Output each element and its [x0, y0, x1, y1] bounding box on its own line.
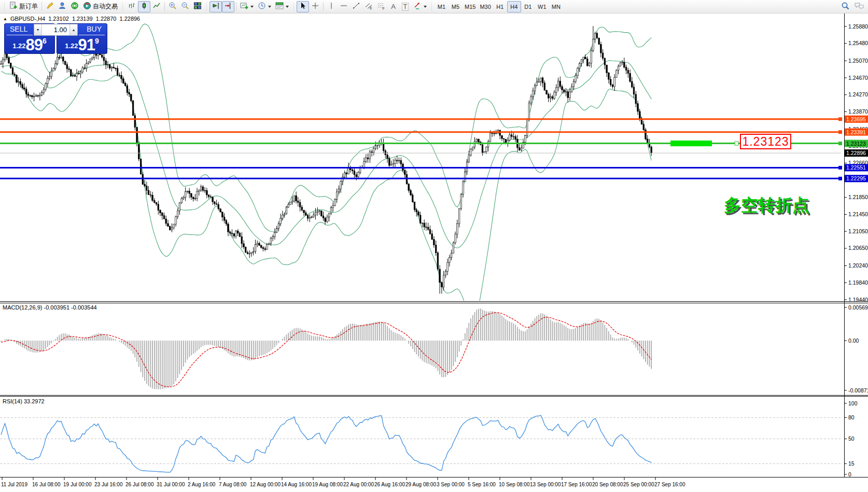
text-tool-button[interactable]: A	[387, 1, 399, 12]
highlighter-button[interactable]	[44, 1, 56, 12]
auto-trading-button[interactable]: 自动交易	[81, 1, 120, 12]
timeframe-d1-button[interactable]: D1	[521, 1, 535, 12]
svg-text:31 Jul 00:00: 31 Jul 00:00	[157, 482, 185, 487]
high-value: 1.23139	[72, 16, 93, 22]
svg-text:22 Aug 00:00: 22 Aug 00:00	[343, 482, 374, 487]
toolbar-grip[interactable]	[3, 2, 6, 11]
separator	[164, 2, 165, 11]
divider	[79, 35, 105, 35]
toolbar-grip[interactable]	[430, 2, 433, 11]
new-chart-icon	[240, 2, 248, 11]
svg-text:1.22295: 1.22295	[846, 175, 866, 181]
chevron-down-icon	[424, 6, 427, 8]
signal-button[interactable]	[68, 1, 81, 12]
search-icon	[841, 2, 850, 12]
chart-shift-button[interactable]	[222, 1, 234, 12]
separator	[41, 2, 42, 11]
crosshair-button[interactable]	[309, 1, 321, 12]
tile-windows-button[interactable]	[191, 1, 204, 12]
timeframe-m30-button[interactable]: M30	[478, 1, 493, 12]
new-chart-button[interactable]	[238, 1, 256, 12]
sell-label: SELL	[10, 25, 27, 33]
svg-text:20 Sep 08:00: 20 Sep 08:00	[592, 482, 623, 487]
auto-scroll-button[interactable]	[209, 1, 222, 12]
arrows-tool-button[interactable]	[411, 1, 429, 12]
buy-price-small: 1.22	[65, 42, 78, 50]
buy-price-big: 91	[78, 38, 95, 52]
timeframe-w1-button[interactable]: W1	[535, 1, 549, 12]
zoom-out-button[interactable]	[179, 1, 191, 12]
sell-price: 1.22896	[4, 37, 55, 52]
svg-text:1.25070: 1.25070	[848, 58, 868, 64]
clock-icon	[258, 2, 266, 11]
vertical-line-tool-button[interactable]	[325, 1, 338, 12]
timeframe-m1-button[interactable]: M1	[435, 1, 449, 12]
auto-scroll-icon	[212, 2, 220, 11]
chevron-down-icon	[286, 6, 289, 8]
trendline-tool-button[interactable]	[350, 1, 362, 12]
svg-text:1.25480: 1.25480	[848, 40, 868, 46]
turning-point-annotation[interactable]: 多空转折点	[724, 194, 809, 217]
crosshair-icon	[311, 2, 319, 11]
search-button[interactable]	[839, 1, 852, 12]
auto-trading-label: 自动交易	[93, 2, 118, 11]
svg-text:1.21850: 1.21850	[848, 194, 868, 200]
svg-text:14 Aug 16:00: 14 Aug 16:00	[281, 482, 312, 487]
tile-windows-icon	[193, 2, 202, 11]
line-chart-button[interactable]	[150, 1, 163, 12]
label-tool-button[interactable]: T	[399, 1, 411, 12]
new-order-button[interactable]: 新订单	[7, 1, 40, 12]
new-order-icon	[9, 2, 18, 11]
zoom-in-icon	[169, 2, 177, 11]
timeframe-mn-button[interactable]: MN	[549, 1, 563, 12]
candlestick-chart-button[interactable]	[138, 1, 150, 12]
zoom-in-button[interactable]	[166, 1, 179, 12]
toolbar-right-group	[839, 1, 866, 12]
svg-text:11 Jul 2019: 11 Jul 2019	[1, 482, 27, 487]
chat-button[interactable]	[852, 1, 866, 12]
indicators-list-button[interactable]	[273, 1, 291, 12]
equidistant-channel-tool-button[interactable]: E	[362, 1, 375, 12]
highlight-segment	[670, 140, 712, 146]
chart-area[interactable]: 1.258801.254801.250701.246701.242701.238…	[0, 0, 868, 492]
price-annotation-box[interactable]: 1.23123	[740, 134, 791, 149]
toolbar-grip[interactable]	[292, 2, 295, 11]
svg-text:10 Sep 08:00: 10 Sep 08:00	[499, 482, 530, 487]
bar-chart-button[interactable]	[125, 1, 138, 12]
volume-decrease-button[interactable]: ▼	[34, 24, 42, 35]
profiles-button[interactable]	[256, 1, 273, 12]
svg-text:1.20240: 1.20240	[848, 262, 868, 269]
signal-icon	[71, 2, 79, 11]
auto-trading-icon	[83, 2, 91, 11]
profile-button[interactable]	[56, 1, 68, 12]
svg-text:1.19840: 1.19840	[848, 279, 868, 286]
timeframe-m5-button[interactable]: M5	[449, 1, 463, 12]
toolbar-grip[interactable]	[205, 2, 208, 11]
svg-text:F: F	[383, 7, 385, 10]
volume-input[interactable]: 1.00	[42, 24, 69, 35]
candlestick-icon	[140, 2, 148, 11]
cursor-button[interactable]	[297, 1, 309, 12]
profile-icon	[58, 2, 66, 11]
svg-text:16 Jul 08:00: 16 Jul 08:00	[32, 482, 61, 487]
buy-price-sup: 9	[95, 37, 99, 45]
chart-symbol-ohlc: ▲ GBPUSD-,H4 1.23102 1.23139 1.22870 1.2…	[3, 16, 140, 22]
svg-text:100: 100	[848, 400, 858, 406]
timeframe-m15-button[interactable]: M15	[463, 1, 478, 12]
volume-increase-button[interactable]: ▲	[69, 24, 77, 35]
svg-text:29 Aug 08:00: 29 Aug 08:00	[405, 482, 436, 487]
rsi-indicator-label: RSI(14) 33.2972	[3, 398, 45, 404]
svg-text:17 Sep 16:00: 17 Sep 16:00	[561, 482, 592, 487]
horizontal-line-tool-button[interactable]	[338, 1, 350, 12]
timeframe-h1-button[interactable]: H1	[493, 1, 507, 12]
separator	[236, 2, 236, 11]
new-order-label: 新订单	[19, 2, 38, 11]
svg-text:1.23870: 1.23870	[848, 108, 868, 115]
toolbar: 新订单 自动交易 E F A T	[0, 0, 868, 13]
chart-shift-icon	[224, 2, 232, 11]
fibonacci-tool-button[interactable]: F	[375, 1, 387, 12]
toolbar-grip[interactable]	[121, 2, 124, 11]
timeframe-h4-button[interactable]: H4	[507, 1, 521, 12]
svg-text:25 Sep 00:00: 25 Sep 00:00	[623, 482, 654, 487]
fibonacci-icon: F	[377, 2, 385, 11]
